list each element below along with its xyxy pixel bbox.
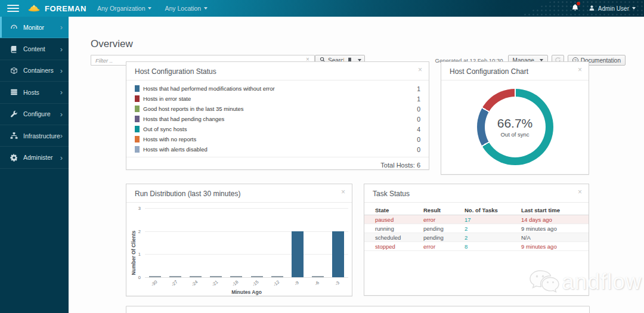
host-status-count[interactable]: 0 bbox=[417, 146, 420, 153]
sitemap-icon bbox=[10, 132, 18, 140]
host-status-row: Hosts with no reports0 bbox=[135, 134, 420, 144]
host-status-count[interactable]: 4 bbox=[417, 126, 420, 133]
host-status-count[interactable]: 0 bbox=[417, 136, 420, 143]
column-header: State bbox=[375, 207, 423, 213]
sidebar-item-infrastructure[interactable]: Infrastructure› bbox=[0, 125, 69, 147]
task-state[interactable]: running bbox=[375, 225, 423, 232]
hamburger-menu-icon[interactable] bbox=[7, 5, 19, 13]
host-status-count[interactable]: 1 bbox=[417, 85, 420, 92]
main-content: Overview × Search Generated at 12 Feb 10… bbox=[69, 17, 644, 313]
legend-color-swatch bbox=[135, 106, 140, 112]
legend-color-swatch bbox=[135, 95, 140, 102]
chevron-down-icon bbox=[632, 7, 636, 10]
close-icon[interactable]: × bbox=[578, 188, 582, 196]
location-selector[interactable]: Any Location bbox=[165, 5, 208, 12]
chevron-right-icon: › bbox=[60, 67, 63, 75]
task-row: stoppederror89 minutes ago bbox=[364, 242, 589, 251]
sidebar-nav: Monitor›Content›Containers›Hosts›Configu… bbox=[0, 17, 69, 313]
host-status-count[interactable]: 0 bbox=[417, 106, 420, 113]
total-hosts-label: Total Hosts: 6 bbox=[126, 157, 429, 173]
column-header: Result bbox=[423, 207, 465, 213]
card-title: Host Configuration Status bbox=[135, 67, 420, 76]
gear-icon bbox=[10, 153, 18, 162]
host-status-row: Hosts with alerts disabled0 bbox=[135, 144, 420, 154]
bar-chart: Number Of Clients 3210 -30-27-24-21-18-1… bbox=[126, 201, 352, 296]
y-tick-label: 1 bbox=[131, 252, 141, 257]
user-menu[interactable]: Admin User bbox=[589, 5, 636, 13]
x-axis-label: Minutes Ago bbox=[145, 289, 348, 295]
task-table-header: StateResultNo. of TasksLast start time bbox=[364, 205, 589, 215]
task-count-link[interactable]: 2 bbox=[465, 234, 521, 241]
column-header: No. of Tasks bbox=[465, 207, 521, 213]
host-status-count[interactable]: 1 bbox=[417, 95, 420, 103]
host-status-label[interactable]: Good host reports in the last 35 minutes bbox=[143, 106, 243, 112]
task-result: error bbox=[423, 216, 465, 223]
close-icon[interactable]: × bbox=[578, 66, 582, 73]
task-state[interactable]: paused bbox=[375, 216, 423, 223]
task-count-link[interactable]: 2 bbox=[465, 225, 521, 232]
foreman-logo[interactable]: FOREMAN bbox=[27, 3, 86, 14]
notification-badge bbox=[577, 2, 580, 5]
sidebar-item-content[interactable]: Content› bbox=[0, 38, 69, 60]
y-tick-label: 0 bbox=[131, 275, 141, 280]
legend-color-swatch bbox=[135, 136, 140, 142]
y-tick-label: 2 bbox=[131, 229, 141, 234]
task-state[interactable]: scheduled bbox=[375, 234, 423, 241]
legend-color-swatch bbox=[135, 126, 140, 132]
legend-color-swatch bbox=[135, 116, 140, 122]
task-last-start: 14 days ago bbox=[521, 216, 578, 223]
task-result: error bbox=[423, 243, 465, 250]
task-last-start: N/A bbox=[521, 234, 578, 241]
sidebar-item-containers[interactable]: Containers› bbox=[0, 60, 69, 82]
task-state[interactable]: stopped bbox=[375, 243, 423, 250]
page-title: Overview bbox=[91, 38, 133, 50]
organization-selector[interactable]: Any Organization bbox=[97, 5, 152, 12]
host-status-label[interactable]: Hosts with no reports bbox=[143, 136, 196, 142]
run-distribution-card: Run Distribution (last 30 minutes) × Num… bbox=[126, 184, 352, 296]
sidebar-item-label: Infrastructure bbox=[23, 132, 60, 140]
hardhat-icon bbox=[27, 3, 41, 14]
chevron-right-icon: › bbox=[60, 110, 63, 118]
host-status-label[interactable]: Hosts that had pending changes bbox=[143, 116, 224, 122]
tachometer-icon bbox=[10, 23, 18, 32]
task-result: pending bbox=[423, 225, 465, 232]
host-status-label[interactable]: Hosts in error state bbox=[143, 95, 191, 102]
host-status-label[interactable]: Hosts that had performed modifications w… bbox=[143, 85, 275, 92]
top-navbar: FOREMAN Any Organization Any Location Ad… bbox=[0, 0, 644, 17]
sidebar-item-label: Configure bbox=[23, 110, 51, 117]
legend-color-swatch bbox=[135, 146, 140, 153]
host-status-label[interactable]: Out of sync hosts bbox=[143, 126, 187, 132]
notifications-button[interactable] bbox=[571, 3, 579, 14]
wrench-icon bbox=[10, 110, 18, 118]
server-icon bbox=[10, 88, 18, 97]
sidebar-item-hosts[interactable]: Hosts› bbox=[0, 82, 69, 103]
sidebar-item-monitor[interactable]: Monitor› bbox=[0, 17, 69, 38]
bar bbox=[292, 231, 304, 277]
user-icon bbox=[589, 5, 598, 13]
foreman-dashboard: FOREMAN Any Organization Any Location Ad… bbox=[0, 0, 644, 313]
task-count-link[interactable]: 17 bbox=[465, 216, 521, 223]
card-title: Run Distribution (last 30 minutes) bbox=[135, 190, 343, 198]
sidebar-item-configure[interactable]: Configure› bbox=[0, 104, 69, 125]
donut-center-value: 66.7% bbox=[497, 116, 533, 131]
task-count-link[interactable]: 8 bbox=[465, 243, 521, 250]
task-row: pausederror1714 days ago bbox=[364, 215, 589, 224]
card-title: Host Configuration Chart bbox=[450, 67, 580, 76]
task-row: scheduledpending2N/A bbox=[364, 233, 589, 242]
chevron-down-icon bbox=[148, 7, 151, 10]
sidebar-item-administer[interactable]: Administer› bbox=[0, 147, 69, 168]
host-configuration-chart-card: Host Configuration Chart × 66.7% Out of … bbox=[441, 61, 589, 175]
cube-icon bbox=[10, 66, 18, 75]
sidebar-item-label: Content bbox=[23, 45, 45, 52]
chevron-right-icon: › bbox=[60, 132, 63, 140]
close-icon[interactable]: × bbox=[341, 188, 345, 196]
host-status-label[interactable]: Hosts with alerts disabled bbox=[143, 146, 208, 153]
chevron-down-icon bbox=[204, 7, 208, 10]
host-status-row: Hosts that had pending changes0 bbox=[135, 114, 420, 124]
donut-chart: 66.7% Out of sync bbox=[477, 89, 553, 165]
host-configuration-status-card: Host Configuration Status × Hosts that h… bbox=[126, 61, 429, 170]
close-icon[interactable]: × bbox=[418, 66, 422, 73]
sidebar-item-label: Containers bbox=[23, 67, 54, 74]
host-status-count[interactable]: 0 bbox=[417, 116, 420, 123]
next-card-partial bbox=[126, 306, 590, 313]
